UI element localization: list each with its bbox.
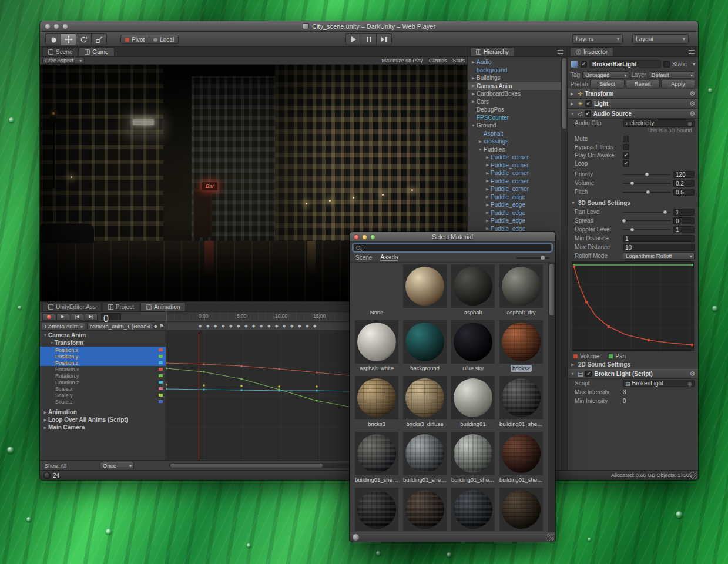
- doppler-level-slider[interactable]: [623, 229, 671, 230]
- minimize-button[interactable]: [53, 24, 59, 29]
- hand-tool-button[interactable]: [45, 33, 61, 45]
- broken-light-component-header[interactable]: ▼ ▤ ✓ Broken Light (Script) ⚙: [568, 369, 698, 379]
- foldout-arrow-icon[interactable]: ▶: [484, 210, 491, 215]
- keyframe-diamond[interactable]: ◆: [199, 324, 202, 328]
- foldout-arrow-icon[interactable]: ▶: [470, 60, 477, 65]
- chevron-down-icon[interactable]: ▾: [693, 62, 695, 67]
- value-field[interactable]: 0: [673, 217, 695, 224]
- value-field[interactable]: 10: [623, 244, 695, 251]
- active-checkbox[interactable]: ✓: [581, 61, 587, 68]
- show-filter-label[interactable]: Show: All: [45, 463, 66, 469]
- tab-hierarchy[interactable]: Hierarchy: [470, 47, 515, 56]
- hierarchy-item-puddles[interactable]: ▼Puddles: [468, 146, 567, 154]
- foldout-arrow-icon[interactable]: ▶: [470, 92, 477, 96]
- material-item-building01[interactable]: building01: [449, 376, 497, 432]
- foldout-arrow-icon[interactable]: ▶: [484, 194, 491, 199]
- step-button[interactable]: [376, 33, 392, 45]
- prefab-apply-button[interactable]: Apply: [661, 80, 695, 88]
- material-item-none[interactable]: None: [353, 264, 401, 320]
- play-button[interactable]: [345, 33, 361, 45]
- value-field[interactable]: 0.5: [673, 189, 695, 196]
- stats-button[interactable]: Stats: [452, 58, 465, 63]
- foldout-arrow-icon[interactable]: ▶: [470, 83, 477, 88]
- anim-property-position-z[interactable]: Position.z: [40, 360, 166, 366]
- material-window-titlebar[interactable]: Select Material: [350, 232, 555, 242]
- hierarchy-item-puddle-edge[interactable]: ▶Puddle_edge: [468, 193, 567, 202]
- hierarchy-item-background[interactable]: background: [468, 66, 567, 75]
- pause-button[interactable]: [361, 33, 377, 45]
- foldout-arrow-icon[interactable]: ▼: [42, 333, 48, 337]
- anim-property-scale-x[interactable]: Scale.x: [40, 385, 166, 392]
- spread-slider[interactable]: [623, 220, 671, 221]
- slider-thumb[interactable]: [622, 219, 626, 223]
- keyframe-diamond[interactable]: ◆: [244, 324, 247, 328]
- hierarchy-item-camera-anim[interactable]: ▶Camera Anim: [468, 82, 567, 90]
- transform-component-header[interactable]: ▶ ✛ Transform ⚙: [568, 89, 698, 99]
- value-field[interactable]: 1: [673, 209, 695, 216]
- material-item-bricks2[interactable]: bricks2: [497, 320, 545, 376]
- prefab-select-button[interactable]: Select: [590, 80, 624, 88]
- keyframe-diamond[interactable]: ◆: [290, 324, 293, 328]
- light-enabled-checkbox[interactable]: ✓: [585, 100, 592, 107]
- material-item-blue-sky[interactable]: Blue sky: [449, 320, 497, 376]
- keyframe-diamond[interactable]: ◆: [275, 324, 278, 328]
- material-item-building01-sheet5[interactable]: building01_sheet5: [497, 432, 545, 488]
- scale-tool-button[interactable]: [91, 33, 107, 45]
- keyframe-diamond[interactable]: ◆: [313, 324, 316, 328]
- anim-property-position-y[interactable]: Position.y: [40, 353, 166, 360]
- slider-thumb[interactable]: [646, 190, 650, 194]
- foldout-arrow-icon[interactable]: ▼: [571, 112, 575, 116]
- loop-checkbox[interactable]: ✓: [623, 160, 629, 167]
- zoom-button[interactable]: [370, 234, 375, 240]
- gear-icon[interactable]: ⚙: [689, 110, 695, 117]
- keyframe-diamond[interactable]: ◆: [252, 324, 255, 328]
- object-field[interactable]: ▤BrokenLight: [623, 380, 695, 387]
- aspect-dropdown[interactable]: Free Aspect ▾: [42, 58, 85, 64]
- gear-icon[interactable]: ⚙: [689, 100, 695, 107]
- keyframe-diamond[interactable]: ◆: [222, 324, 224, 328]
- value-field[interactable]: 128: [673, 171, 695, 178]
- layer-dropdown[interactable]: Default: [649, 71, 695, 79]
- tab-scene[interactable]: Scene: [42, 47, 78, 56]
- tab-project[interactable]: Project: [102, 302, 140, 311]
- panel-menu-icon[interactable]: [689, 50, 695, 54]
- foldout-arrow-icon[interactable]: ▶: [484, 155, 491, 160]
- material-item-unnamed[interactable]: [497, 488, 545, 532]
- foldout-arrow-icon[interactable]: ▶: [42, 425, 48, 430]
- material-item-building01-sheet1[interactable]: building01_sheet1: [497, 376, 545, 432]
- anim-property-scale-y[interactable]: Scale.y: [40, 392, 166, 398]
- add-keyframe-button[interactable]: ◆: [154, 324, 157, 329]
- audio-enabled-checkbox[interactable]: ✓: [585, 110, 591, 117]
- gear-icon[interactable]: ⚙: [689, 371, 695, 377]
- foldout-arrow-icon[interactable]: ▶: [484, 226, 491, 231]
- move-tool-button[interactable]: [61, 33, 76, 45]
- foldout-arrow-icon[interactable]: ▶: [484, 163, 491, 167]
- value-field[interactable]: 0.2: [673, 180, 695, 187]
- material-scrollbar[interactable]: [548, 263, 555, 532]
- animated-object-dropdown[interactable]: Camera Anim: [42, 323, 85, 330]
- zoom-button[interactable]: [62, 24, 68, 29]
- foldout-arrow-icon[interactable]: ▶: [571, 92, 575, 96]
- object-name-field[interactable]: BrokenBarLight: [589, 60, 661, 68]
- slider-thumb[interactable]: [645, 172, 649, 177]
- priority-slider[interactable]: [623, 174, 671, 175]
- keyframe-diamond[interactable]: ◆: [267, 324, 270, 328]
- clip-dropdown[interactable]: camera_anim_1 (Read-O: [87, 323, 152, 330]
- prefab-revert-button[interactable]: Revert: [626, 80, 660, 88]
- next-key-button[interactable]: ▶|: [85, 313, 98, 321]
- pan-level-slider[interactable]: [623, 212, 671, 213]
- search-input[interactable]: [353, 244, 552, 251]
- audio-source-component-header[interactable]: ▼ ◁ ✓ Audio Source ⚙: [568, 109, 698, 119]
- resize-grip[interactable]: [690, 472, 697, 479]
- hierarchy-item-puddle-corner[interactable]: ▶Puddle_corner: [468, 162, 567, 170]
- maximize-on-play-button[interactable]: Maximize on Play: [381, 58, 423, 63]
- material-item-asphalt-white[interactable]: asphalt_white: [353, 320, 401, 376]
- hierarchy-item-asphalt[interactable]: Asphalt: [468, 130, 567, 138]
- anim-property-transform[interactable]: ▼Transform: [40, 339, 166, 347]
- hierarchy-item-debugpos[interactable]: DebugPos: [468, 106, 567, 114]
- rolloff-mode-dropdown[interactable]: Logarithmic Rolloff: [623, 252, 695, 260]
- hierarchy-item-buildings[interactable]: ▶Buildings: [468, 74, 567, 82]
- hierarchy-item-puddle-corner[interactable]: ▶Puddle_corner: [468, 169, 567, 177]
- foldout-arrow-icon[interactable]: ▼: [470, 123, 477, 127]
- keyframe-diamond[interactable]: ◆: [214, 324, 217, 328]
